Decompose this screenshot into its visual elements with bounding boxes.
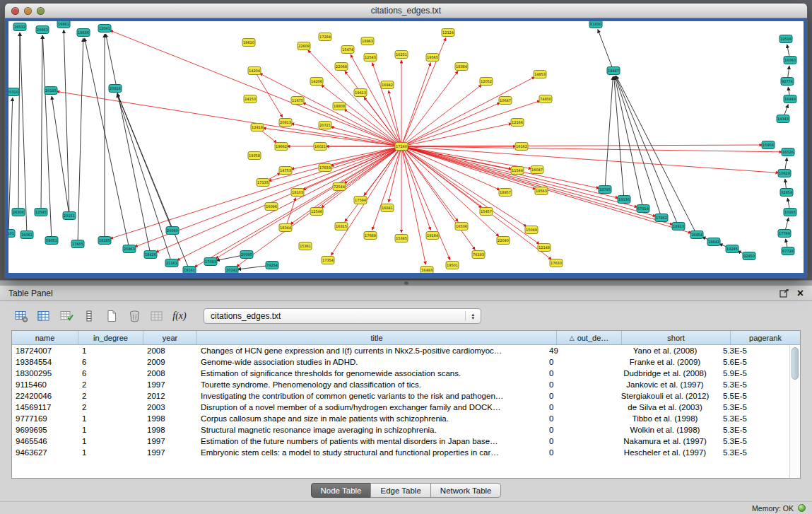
table-row[interactable]: 1456911722003Disruption of a novel membe…	[12, 402, 789, 413]
graph-node[interactable]: 19501	[446, 262, 459, 269]
graph-node[interactable]: 19565	[426, 54, 439, 62]
graph-node[interactable]: 12041	[98, 25, 111, 33]
scrollbar-thumb[interactable]	[792, 347, 799, 380]
graph-node[interactable]: 15474	[341, 46, 354, 54]
graph-node[interactable]: 16251	[395, 51, 408, 59]
graph-node[interactable]: 19861	[57, 21, 70, 28]
graph-node[interactable]: 15958	[762, 141, 775, 149]
graph-node[interactable]: 18161	[183, 267, 196, 274]
minimize-window-button[interactable]	[24, 7, 32, 15]
table-row[interactable]: 946362711997Embryonic stem cells: a mode…	[12, 447, 789, 458]
graph-node[interactable]: 16096	[265, 203, 278, 211]
graph-node[interactable]: 12124	[442, 29, 454, 37]
clear-table-icon[interactable]	[148, 309, 165, 323]
graph-node[interactable]: 17862	[655, 214, 668, 222]
graph-node[interactable]: 16536	[455, 223, 468, 230]
graph-node[interactable]: 15457	[480, 208, 493, 216]
graph-node[interactable]: 17605	[71, 240, 84, 248]
graph-node[interactable]: 17689	[364, 232, 377, 240]
graph-node[interactable]: 12546	[310, 208, 323, 216]
graph-node[interactable]: 20185	[45, 87, 57, 95]
table-row[interactable]: 977716911998Corpus callosum shape and si…	[12, 413, 789, 424]
graph-node[interactable]: 16021	[314, 143, 326, 151]
float-panel-icon[interactable]	[779, 289, 789, 298]
graph-node[interactable]: 20813	[279, 119, 292, 127]
graph-node[interactable]: 16449	[784, 95, 796, 103]
graph-node[interactable]: 12545	[35, 209, 47, 216]
graph-node[interactable]: 14343	[777, 115, 789, 123]
table-select-dropdown[interactable]: citations_edges.txt ▴▾	[204, 308, 481, 324]
graph-node[interactable]: 16954	[690, 231, 703, 239]
graph-node[interactable]: 18808	[333, 103, 346, 110]
table-row[interactable]: 1830029562008Estimation of significance …	[12, 368, 789, 379]
tab-node-table[interactable]: Node Table	[311, 483, 372, 498]
tab-edge-table[interactable]: Edge Table	[370, 483, 430, 498]
column-header-out_degree[interactable]: △out_de…	[557, 331, 622, 344]
graph-node[interactable]: 16061	[20, 231, 33, 239]
panel-splitter[interactable]	[0, 280, 812, 286]
graph-node[interactable]: 16841	[381, 204, 394, 212]
graph-node[interactable]: 72544	[333, 183, 346, 191]
graph-node[interactable]: 18913	[672, 223, 685, 230]
graph-node[interactable]: 79254	[266, 262, 278, 269]
graph-node[interactable]: 16942	[381, 81, 394, 89]
table-row[interactable]: 911546021997Tourette syndrome. Phenomeno…	[12, 379, 789, 390]
graph-node[interactable]: 18344	[279, 224, 292, 232]
graph-node[interactable]: 17833	[319, 164, 331, 172]
graph-node[interactable]: 18795	[599, 186, 611, 194]
graph-node[interactable]: 14753	[279, 167, 292, 175]
column-header-title[interactable]: title	[197, 331, 557, 344]
graph-node[interactable]: 12418	[251, 124, 264, 132]
graph-node[interactable]: 20095	[240, 251, 253, 259]
new-table-icon[interactable]	[103, 309, 120, 323]
graph-node[interactable]: 18563	[535, 187, 548, 195]
graph-node[interactable]: 15345	[395, 235, 408, 243]
graph-node[interactable]: 19136	[618, 196, 630, 204]
tab-network-table[interactable]: Network Table	[430, 483, 502, 498]
graph-node[interactable]: 15361	[299, 243, 312, 250]
function-builder-icon[interactable]: f(x)	[171, 309, 188, 323]
graph-node[interactable]: 10647	[499, 97, 512, 105]
close-window-button[interactable]	[11, 7, 19, 15]
graph-node[interactable]: 14206	[310, 78, 323, 86]
graph-node[interactable]: 18642	[707, 238, 720, 246]
graph-node[interactable]: 20151	[63, 212, 76, 220]
graph-node[interactable]: 17093	[204, 258, 217, 266]
graph-node[interactable]: 20816	[109, 85, 122, 93]
graph-node[interactable]: 67919	[637, 205, 649, 213]
graph-node[interactable]: 20663	[36, 26, 49, 34]
graph-node[interactable]: 16526	[782, 148, 794, 156]
graph-node[interactable]: 12543	[364, 54, 377, 62]
graph-node[interactable]: 19518	[779, 35, 792, 43]
graph-node[interactable]: 12052	[480, 78, 493, 86]
graph-node[interactable]: 14204	[248, 67, 261, 75]
graph-node[interactable]: 19613	[354, 89, 367, 97]
graph-node[interactable]: 17135	[257, 179, 269, 187]
graph-node[interactable]: 18185	[98, 237, 111, 245]
column-header-in_degree[interactable]: in_degree	[78, 331, 143, 344]
graph-node[interactable]: 16162	[515, 143, 528, 151]
graph-node[interactable]: 92450	[743, 252, 755, 260]
graph-node[interactable]: 16315	[335, 223, 348, 230]
graph-node[interactable]: 14853	[534, 71, 546, 78]
show-columns-icon[interactable]	[35, 309, 52, 323]
graph-node[interactable]: 22608	[298, 42, 310, 50]
select-rows-icon[interactable]	[81, 309, 98, 323]
graph-node[interactable]: 20242	[225, 267, 238, 274]
close-panel-icon[interactable]: ×	[797, 288, 804, 298]
create-column-icon[interactable]	[58, 309, 75, 323]
table-row[interactable]: 969969511998Structural magnetic resonanc…	[12, 424, 789, 436]
graph-node[interactable]: 16060	[784, 57, 796, 64]
graph-node[interactable]: 16047	[531, 166, 543, 174]
graph-node[interactable]: 32954	[780, 189, 793, 197]
graph-node[interactable]: 19662	[275, 143, 288, 151]
graph-node[interactable]: 19101	[8, 230, 15, 238]
graph-node[interactable]: 18963	[361, 37, 374, 45]
graph-node[interactable]: 92774	[781, 78, 794, 86]
table-row[interactable]: 1938455462009Genome-wide association stu…	[12, 356, 789, 368]
graph-node[interactable]: 22068	[335, 63, 348, 71]
table-mode-icon[interactable]	[13, 309, 30, 323]
graph-node[interactable]: 76193	[472, 251, 485, 259]
graph-node[interactable]: 22040	[497, 237, 510, 245]
table-row[interactable]: 946554611997Estimation of the future num…	[12, 436, 789, 447]
